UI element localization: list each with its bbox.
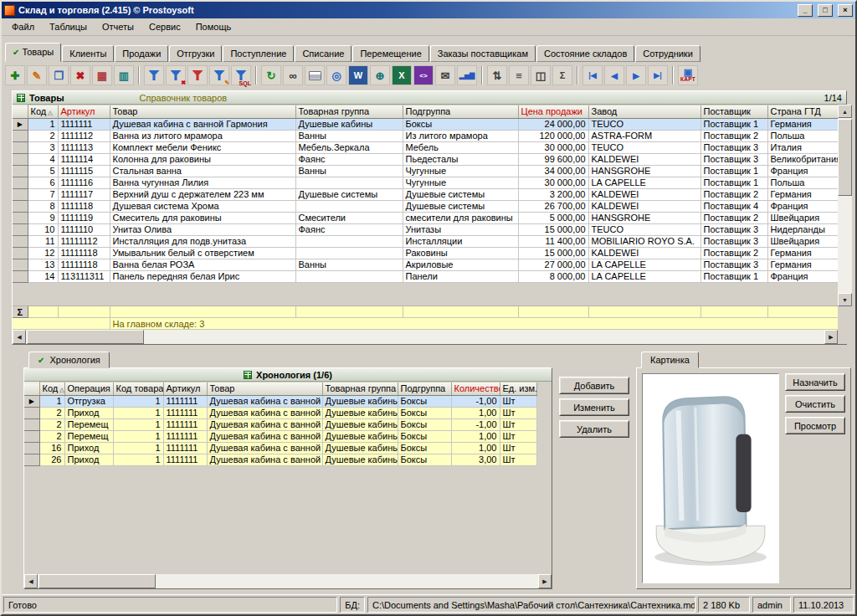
table-row[interactable]: 71111117Верхний душ с держателем 223 ммД… <box>13 189 838 201</box>
row-selector[interactable] <box>13 248 28 259</box>
filter-exclude-icon[interactable] <box>187 65 208 85</box>
scroll-track[interactable] <box>26 330 824 344</box>
column-header-cena-prodazhi[interactable]: Цена продажи <box>518 105 588 119</box>
edit-history-button[interactable]: Изменить <box>559 398 629 416</box>
delete-many-icon[interactable]: ▦ <box>92 65 112 85</box>
card-view-button[interactable]: ▣КАРТ <box>678 65 698 85</box>
column-header-tovarnaya-gruppa[interactable]: Товарная группа <box>322 382 398 396</box>
column-header-operaciya[interactable]: Операция <box>64 382 113 396</box>
preview-icon[interactable]: ◎ <box>326 65 346 85</box>
column-header-zavod[interactable]: Завод <box>588 105 700 119</box>
row-selector[interactable]: ▶ <box>13 119 28 131</box>
column-header-kolichestvo[interactable]: Количество <box>451 382 500 396</box>
column-header-ed-izm[interactable]: Ед. изм. <box>500 382 536 396</box>
edit-record-icon[interactable]: ✎ <box>27 65 47 85</box>
column-header-artikul[interactable]: Артикул <box>58 105 110 119</box>
scroll-thumb[interactable] <box>838 119 852 196</box>
menu-tables[interactable]: Таблицы <box>42 19 95 34</box>
scroll-down-button[interactable]: ▼ <box>838 293 852 306</box>
table-row[interactable]: ▶11111111Душевая кабина с ванной Гармони… <box>13 119 838 131</box>
products-horizontal-scrollbar[interactable]: ◀ ▶ <box>13 330 838 344</box>
column-header-kod[interactable]: Код△ <box>39 382 64 396</box>
scroll-track[interactable] <box>838 118 852 293</box>
row-selector[interactable] <box>13 177 28 189</box>
column-header-podgruppa[interactable]: Подгруппа <box>398 382 451 396</box>
nav-first-button[interactable]: |◀ <box>582 65 603 85</box>
row-selector[interactable] <box>13 201 28 213</box>
scroll-left-button[interactable]: ◀ <box>13 330 26 344</box>
table-row[interactable]: 21111112Ванна из литого мрамораВанныИз л… <box>13 131 838 142</box>
row-selector[interactable] <box>13 213 28 224</box>
find-icon[interactable]: ∞ <box>283 65 303 85</box>
row-selector[interactable] <box>24 443 39 454</box>
table-row[interactable]: 51111115Стальная ваннаВанныЧугунные34 00… <box>13 166 838 177</box>
nav-next-button[interactable]: ▶ <box>626 65 646 85</box>
print-icon[interactable] <box>305 65 325 85</box>
table-row[interactable]: 16Приход11111111Душевая кабина с ваннойД… <box>24 443 536 454</box>
row-selector[interactable] <box>24 454 39 466</box>
row-selector[interactable] <box>13 131 28 142</box>
view-picture-button[interactable]: Просмотр <box>785 417 845 434</box>
delete-history-button[interactable]: Удалить <box>559 420 629 438</box>
table-row[interactable]: 2Перемещ11111111Душевая кабина с ваннойД… <box>24 431 536 443</box>
assign-picture-button[interactable]: Назначить <box>785 373 845 391</box>
maximize-button[interactable]: □ <box>818 4 833 17</box>
table-row[interactable]: 14113111311Панель передняя белая ИрисПан… <box>13 271 838 283</box>
row-selector[interactable] <box>13 259 28 271</box>
table-row[interactable]: 91111119Смеситель для раковиныСмесителис… <box>13 213 838 224</box>
products-vertical-scrollbar[interactable]: ▲ ▼ <box>838 105 852 344</box>
table-row[interactable]: 101111110Унитаз ОливаФаянсУнитазы15 000,… <box>13 224 838 236</box>
column-header-tovarnaya-gruppa[interactable]: Товарная группа <box>295 105 403 119</box>
column-header-strana-gtd[interactable]: Страна ГТД <box>767 105 838 119</box>
tab-picture[interactable]: Картинка <box>641 352 699 368</box>
table-row[interactable]: 2Перемещ11111111Душевая кабина с ваннойД… <box>24 419 536 431</box>
menu-file[interactable]: Файл <box>4 19 42 34</box>
column-header-artikul[interactable]: Артикул <box>163 382 207 396</box>
menu-service[interactable]: Сервис <box>141 19 188 34</box>
export-excel-icon[interactable]: X <box>392 65 412 85</box>
scroll-up-button[interactable]: ▲ <box>838 105 852 118</box>
table-row[interactable]: 61111116Ванна чугунная ЛилияЧугунные30 0… <box>13 177 838 189</box>
menu-help[interactable]: Помощь <box>188 19 239 34</box>
row-selector[interactable] <box>13 154 28 166</box>
column-header-tovar[interactable]: Товар <box>207 382 322 396</box>
filter-icon[interactable] <box>144 65 164 85</box>
nav-prev-button[interactable]: ◀ <box>604 65 624 85</box>
tab-sotrudniki[interactable]: Сотрудники <box>635 45 700 62</box>
column-header-kod-tovara[interactable]: Код товара <box>113 382 163 396</box>
export-xml-icon[interactable]: <> <box>413 65 434 85</box>
row-selector[interactable] <box>24 419 39 431</box>
summary-icon[interactable]: Σ <box>552 65 572 85</box>
close-button[interactable]: × <box>838 4 853 17</box>
scroll-right-button[interactable]: ▶ <box>824 330 838 344</box>
group-icon[interactable]: ≡ <box>509 65 529 85</box>
copy-record-icon[interactable]: ❐ <box>49 65 69 85</box>
move-record-icon[interactable]: ▥ <box>114 65 134 85</box>
minimize-button[interactable]: _ <box>798 4 813 17</box>
delete-record-icon[interactable]: ✖ <box>70 65 90 85</box>
tab-prodazhi[interactable]: Продажи <box>115 45 168 62</box>
sort-icon[interactable]: ⇅ <box>487 65 507 85</box>
table-row[interactable]: 81111118Душевая система ХромаДушевые сис… <box>13 201 838 213</box>
new-record-icon[interactable]: ✚ <box>5 65 25 85</box>
row-selector[interactable]: ▶ <box>24 396 39 408</box>
scroll-left-button[interactable]: ◀ <box>24 574 38 588</box>
menu-reports[interactable]: Отчеты <box>95 19 141 34</box>
nav-last-button[interactable]: ▶| <box>648 65 668 85</box>
chart-icon[interactable]: ▂▅▇ <box>457 65 477 85</box>
columns-icon[interactable]: ◫ <box>531 65 551 85</box>
scroll-thumb[interactable] <box>38 574 156 588</box>
row-selector[interactable] <box>13 189 28 201</box>
column-header-kod[interactable]: Код△ <box>28 105 58 119</box>
row-selector[interactable] <box>13 271 28 283</box>
table-row[interactable]: ▶1Отгрузка11111111Душевая кабина с ванно… <box>24 396 536 408</box>
table-row[interactable]: 1311111118Ванна белая РОЗАВанныАкриловые… <box>13 259 838 271</box>
tab-zakazy-postavshchikam[interactable]: Заказы поставщикам <box>430 45 536 62</box>
tab-spisanie[interactable]: Списание <box>295 45 352 62</box>
scroll-right-button[interactable]: ▶ <box>538 574 552 588</box>
table-row[interactable]: 2Приход11111111Душевая кабина с ваннойДу… <box>24 408 536 419</box>
scroll-track[interactable] <box>38 574 538 588</box>
row-selector[interactable] <box>24 431 39 443</box>
row-selector[interactable] <box>13 142 28 154</box>
column-header-postavshchik[interactable]: Поставщик <box>700 105 767 119</box>
